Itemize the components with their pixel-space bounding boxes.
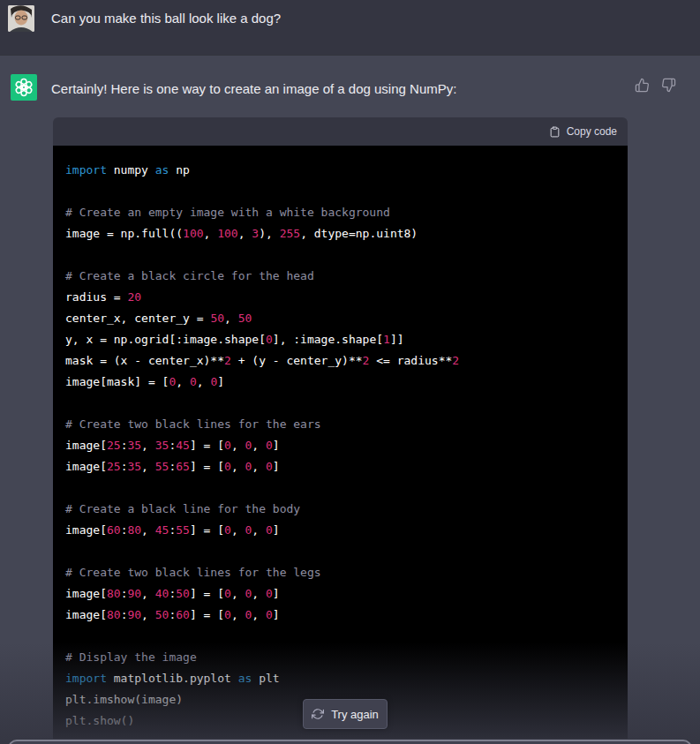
code-line: # Create an empty image with a white bac… bbox=[65, 202, 615, 223]
try-again-label: Try again bbox=[331, 708, 379, 721]
code-line: image[25:35, 55:65] = [0, 0, 0] bbox=[65, 456, 615, 477]
user-avatar bbox=[8, 5, 34, 32]
thumbs-down-icon bbox=[661, 78, 676, 93]
code-line: image[60:80, 45:55] = [0, 0, 0] bbox=[65, 520, 615, 541]
code-line: import numpy as np bbox=[65, 160, 615, 181]
code-line bbox=[65, 541, 615, 562]
code-block: Copy code import numpy as np # Create an… bbox=[53, 117, 628, 739]
user-message-text: Can you make this ball look like a dog? bbox=[51, 9, 281, 27]
chat-screen: Can you make this ball look like a dog? … bbox=[0, 0, 700, 744]
openai-logo-icon bbox=[14, 78, 34, 97]
code-line: image = np.full((100, 100, 3), 255, dtyp… bbox=[65, 223, 615, 244]
code-line: # Create two black lines for the ears bbox=[65, 414, 615, 435]
thumbs-up-button[interactable] bbox=[634, 77, 650, 93]
try-again-button[interactable]: Try again bbox=[303, 699, 388, 729]
code-line: mask = (x - center_x)**2 + (y - center_y… bbox=[65, 350, 615, 372]
code-line: import matplotlib.pyplot as plt bbox=[65, 668, 615, 689]
assistant-message-text: Certainly! Here is one way to create an … bbox=[51, 79, 456, 98]
code-line bbox=[65, 393, 615, 414]
user-message-row: Can you make this ball look like a dog? bbox=[0, 0, 700, 55]
code-line: # Create two black lines for the legs bbox=[65, 562, 615, 583]
chat-input-bar[interactable] bbox=[8, 740, 692, 744]
code-line bbox=[65, 477, 615, 499]
code-line bbox=[65, 244, 615, 266]
code-line: center_x, center_y = 50, 50 bbox=[65, 308, 615, 329]
copy-code-label: Copy code bbox=[567, 125, 617, 138]
assistant-avatar bbox=[11, 74, 37, 101]
code-line: image[25:35, 35:45] = [0, 0, 0] bbox=[65, 435, 615, 456]
code-line: image[80:90, 40:50] = [0, 0, 0] bbox=[65, 583, 615, 605]
clipboard-icon bbox=[549, 126, 561, 138]
code-line bbox=[65, 626, 615, 647]
code-line: image[80:90, 50:60] = [0, 0, 0] bbox=[65, 605, 615, 626]
code-line: # Create a black circle for the head bbox=[65, 266, 615, 287]
user-photo bbox=[8, 5, 34, 32]
code-lines: import numpy as np # Create an empty ima… bbox=[53, 146, 628, 739]
code-block-header: Copy code bbox=[53, 117, 628, 146]
code-line: radius = 20 bbox=[65, 287, 615, 308]
code-line bbox=[65, 181, 615, 202]
refresh-icon bbox=[312, 708, 324, 720]
code-line: # Display the image bbox=[65, 647, 615, 668]
copy-code-button[interactable]: Copy code bbox=[549, 125, 617, 138]
code-line: # Create a black line for the body bbox=[65, 499, 615, 520]
code-line: image[mask] = [0, 0, 0] bbox=[65, 372, 615, 393]
thumbs-down-button[interactable] bbox=[660, 77, 676, 93]
thumbs-up-icon bbox=[635, 78, 650, 93]
code-line: y, x = np.ogrid[:image.shape[0], :image.… bbox=[65, 329, 615, 350]
assistant-message-row: Certainly! Here is one way to create an … bbox=[0, 55, 700, 744]
message-actions bbox=[634, 77, 676, 93]
